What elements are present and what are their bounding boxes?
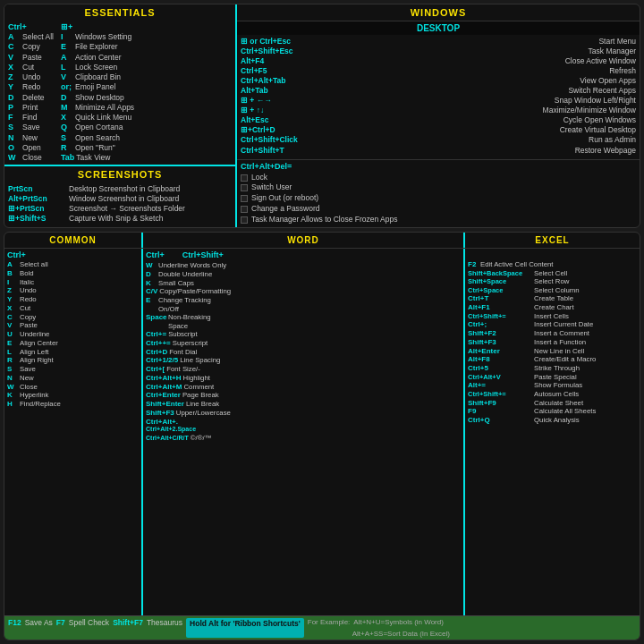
desc-new: New	[22, 133, 38, 143]
panel-desc: Select Cell	[534, 269, 567, 278]
key-s: S	[8, 123, 21, 132]
essentials-body: Ctrl+ ASelect All CCopy VPaste XCut ZUnd…	[4, 21, 235, 165]
key-n: N	[8, 133, 21, 143]
desc-win-settings: Windows Setting	[75, 32, 131, 42]
ss-desc-window: Window Screenshot in Clipboard	[69, 194, 179, 204]
panel-desc: Paste	[20, 321, 38, 330]
panel-row: F9Calculate All Sheets	[468, 407, 637, 416]
key-row: VPaste	[8, 53, 54, 63]
bb-example1: Alt+N+U=Symbols (in Word)	[353, 618, 444, 626]
panel-desc: Align Right	[20, 356, 54, 365]
panel-desc: New	[20, 374, 34, 383]
desktop-row: ⊞ + ←→ Snap Window Left/Right	[241, 96, 636, 106]
panel-row: LAlign Left	[7, 348, 139, 357]
panel-key: D	[146, 270, 157, 279]
panel-row: YRedo	[7, 295, 139, 304]
panel-desc: Insert a Function	[534, 338, 586, 347]
cad-password: Change a Password	[251, 204, 320, 215]
panel-key: Ctrl+=	[146, 330, 166, 339]
bb-f12-desc: Save As	[25, 618, 53, 627]
panel-desc: Calculate Sheet	[534, 399, 583, 408]
panel-desc: Subscript	[168, 330, 198, 339]
excel-panel: . F2Edit Active Cell Content Shift+BackS…	[465, 249, 640, 615]
ss-row: PrtScn Desktop Screenshot in Clipboard	[8, 184, 232, 194]
panel-desc: Italic	[20, 278, 34, 287]
panel-desc: Calculate All Sheets	[534, 407, 596, 416]
panel-key: K	[146, 279, 157, 288]
desktop-desc: Switch Recent Apps	[568, 86, 636, 96]
key-row: ASelect All	[8, 32, 54, 42]
ss-row: Alt+PrtScn Window Screenshot in Clipboar…	[8, 194, 232, 204]
word-panel: Ctrl+ Ctrl+Shift+ WUnderline Words Only …	[143, 249, 465, 615]
panel-desc: Copy	[20, 313, 36, 322]
key-c: C	[8, 42, 21, 52]
key-or: or;	[61, 82, 73, 92]
panel-row: Ctrl+TCreate Table	[468, 294, 637, 303]
win-label: ⊞+	[61, 22, 134, 31]
panel-key: Shift+Space	[468, 277, 532, 285]
panel-row: IItalic	[7, 278, 139, 287]
key-row: SSave	[8, 123, 54, 132]
common-ctrl-label: Ctrl+	[7, 250, 139, 259]
panel-desc: Copy/Paste/Formatting	[159, 287, 231, 296]
key-e: E	[61, 42, 73, 52]
desc-cortana: Open Cortana	[75, 123, 123, 132]
panel-key: Ctrl+Alt+H	[146, 374, 182, 383]
panel-key: Ctrl+D	[146, 348, 167, 357]
panel-row: Ctrl+;Insert Current Date	[468, 320, 637, 329]
panel-desc: Create Chart	[534, 303, 574, 312]
common-header: COMMON	[4, 233, 143, 248]
panel-key: H	[7, 400, 18, 409]
panel-desc: Highlight	[183, 374, 210, 383]
cad-checkbox-taskmgr	[241, 216, 248, 224]
key-row: AAction Center	[61, 53, 134, 63]
key-i: I	[61, 32, 73, 42]
panel-row: Alt+F8Create/Edit a Macro	[468, 355, 637, 364]
cad-switch-user: Switch User	[251, 182, 292, 193]
panel-key: R	[7, 356, 18, 365]
key-row: TabTask View	[61, 153, 134, 163]
desktop-key: Alt+F4	[241, 56, 264, 66]
panel-desc: Small Caps	[158, 279, 194, 288]
panel-key: F2	[468, 260, 479, 269]
panel-key: B	[7, 269, 18, 278]
panel-key: Ctrl+Space	[468, 286, 532, 294]
panel-row: BBold	[7, 269, 139, 278]
panel-desc: Upper/Lowercase	[176, 409, 231, 418]
screenshots-header: SCREENSHOTS	[4, 166, 235, 182]
desktop-desc: Create Virtual Desktop	[560, 125, 636, 135]
desc-select-all: Select All	[22, 32, 54, 42]
panel-desc: Insert Cells	[534, 312, 569, 321]
panel-key: Ctrl+T	[468, 294, 532, 303]
panel-key: W	[146, 261, 157, 270]
desc-action-center: Action Center	[75, 53, 122, 63]
panel-key: Ctrl+5	[468, 364, 532, 373]
desktop-key: Alt+Esc	[241, 115, 268, 125]
cad-checkbox-lock	[241, 174, 248, 182]
desc-delete: Delete	[22, 93, 45, 103]
key-v: V	[8, 53, 21, 63]
ss-row: ⊞+PrtScn Screenshot → Screenshots Folder	[8, 204, 232, 214]
cad-taskmgr: Task Manager Allows to Close Frozen Apps	[251, 215, 397, 225]
desktop-sub-header: DESKTOP	[237, 21, 640, 35]
panel-row: C/VCopy/Paste/Formatting	[146, 287, 231, 296]
panel-desc: Bold	[20, 269, 34, 278]
panel-desc: Save	[20, 365, 36, 374]
panel-row: Shift+SpaceSelect Row	[468, 277, 637, 286]
desktop-desc: View Open Apps	[580, 76, 636, 86]
panel-row: ZUndo	[7, 286, 139, 295]
cad-checkbox-signout	[241, 195, 248, 202]
bb-example2: Alt+A+SS=Sort Data (In Excel)	[352, 630, 450, 638]
screenshots-body: PrtScn Desktop Screenshot in Clipboard A…	[4, 182, 235, 225]
panel-key: Y	[7, 295, 18, 304]
panel-desc: Create Table	[534, 294, 573, 303]
cad-signout: Sign Out (or reboot)	[251, 193, 318, 204]
panel-key: V	[7, 321, 18, 330]
key-row: LLock Screen	[61, 63, 134, 72]
panel-row: Ctrl+Shift+=Insert Cells	[468, 312, 637, 321]
key-row: FFind	[8, 113, 54, 123]
desktop-key: Ctrl+Shift+Esc	[241, 47, 293, 56]
panel-desc: Font Size/-	[166, 365, 200, 374]
panel-row: Ctrl+1/2/5Line Spacing	[146, 356, 231, 365]
key-row: YRedo	[8, 82, 54, 92]
